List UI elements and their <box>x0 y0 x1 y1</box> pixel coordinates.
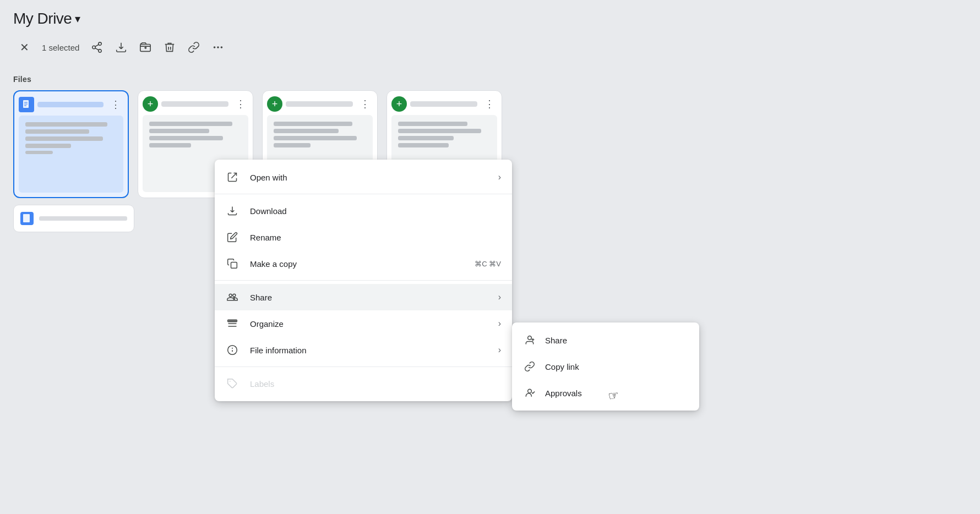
svg-point-8 <box>221 46 223 48</box>
svg-rect-13 <box>23 214 30 222</box>
add-icon-4: + <box>391 96 407 112</box>
labels-label: Labels <box>250 379 501 389</box>
person-add-icon <box>523 333 536 347</box>
rename-icon <box>226 231 239 244</box>
toolbar: ✕ 1 selected <box>13 36 967 65</box>
submenu-item-copy-link[interactable]: Copy link <box>512 353 699 380</box>
share-button[interactable] <box>86 36 108 58</box>
make-copy-shortcut: ⌘C ⌘V <box>475 260 501 268</box>
file-info-label: File information <box>250 346 487 355</box>
header: My Drive ▾ ✕ 1 selected <box>0 0 980 70</box>
file-card-3-header: + ⋮ <box>263 91 377 113</box>
page-title: My Drive <box>13 10 72 28</box>
file-card-4-more-button[interactable]: ⋮ <box>482 96 497 112</box>
file-card-3-more-button[interactable]: ⋮ <box>357 96 373 112</box>
labels-icon <box>226 377 239 390</box>
file-card-1-more-button[interactable]: ⋮ <box>108 97 123 112</box>
add-icon-3: + <box>267 96 282 112</box>
file-card-1-preview <box>19 116 123 193</box>
menu-item-rename[interactable]: Rename <box>215 224 512 250</box>
move-to-button[interactable] <box>134 36 156 58</box>
svg-point-1 <box>92 46 96 49</box>
download-label: Download <box>250 206 501 216</box>
doc-icon-1 <box>19 97 34 112</box>
menu-item-organize[interactable]: Organize › <box>215 310 512 337</box>
menu-item-file-info[interactable]: File information › <box>215 337 512 363</box>
svg-point-6 <box>214 46 216 48</box>
more-options-button[interactable] <box>207 36 229 58</box>
organize-label: Organize <box>250 319 487 329</box>
svg-point-21 <box>528 336 532 340</box>
svg-point-0 <box>99 42 102 46</box>
file-name-small-1 <box>39 216 127 221</box>
rename-label: Rename <box>250 233 501 242</box>
selected-count: 1 selected <box>42 43 79 52</box>
share-arrow: › <box>498 292 501 302</box>
info-icon <box>226 343 239 357</box>
svg-point-7 <box>217 46 220 48</box>
approvals-icon <box>523 386 536 400</box>
menu-item-labels[interactable]: Labels <box>215 370 512 397</box>
file-card-4-header: + ⋮ <box>387 91 502 113</box>
close-selection-button[interactable]: ✕ <box>13 36 35 58</box>
svg-point-2 <box>99 50 102 53</box>
open-with-arrow: › <box>498 172 501 182</box>
make-copy-label: Make a copy <box>250 259 464 269</box>
submenu-share-label: Share <box>545 336 567 345</box>
share-label: Share <box>250 293 487 302</box>
divider-2 <box>215 280 512 281</box>
drive-dropdown-arrow[interactable]: ▾ <box>75 12 80 25</box>
menu-item-make-copy[interactable]: Make a copy ⌘C ⌘V <box>215 250 512 277</box>
file-card-1[interactable]: ⋮ <box>13 90 129 198</box>
file-card-2-header: + ⋮ <box>138 91 253 113</box>
svg-line-14 <box>231 173 236 178</box>
file-card-1-header: ⋮ <box>14 91 128 113</box>
svg-point-24 <box>528 389 532 393</box>
menu-item-share[interactable]: Share › <box>215 284 512 310</box>
svg-line-3 <box>95 48 99 50</box>
file-info-arrow: › <box>498 345 501 355</box>
share-submenu: Share Copy link Approvals <box>512 322 699 411</box>
submenu-item-share[interactable]: Share <box>512 327 699 353</box>
share-menu-icon <box>226 291 239 304</box>
divider-1 <box>215 194 512 194</box>
organize-icon <box>226 317 239 330</box>
copy-icon <box>226 257 239 270</box>
copy-link-button[interactable] <box>183 36 205 58</box>
svg-line-4 <box>95 45 99 47</box>
title-row: My Drive ▾ <box>13 10 967 28</box>
submenu-item-approvals[interactable]: Approvals <box>512 380 699 406</box>
divider-3 <box>215 367 512 367</box>
menu-item-open-with[interactable]: Open with › <box>215 164 512 190</box>
file-card-small-1[interactable] <box>13 205 134 232</box>
svg-rect-15 <box>231 263 237 269</box>
menu-item-download[interactable]: Download <box>215 198 512 224</box>
organize-arrow: › <box>498 319 501 329</box>
files-section-label: Files <box>0 70 980 90</box>
file-card-2-more-button[interactable]: ⋮ <box>233 96 248 112</box>
download-icon <box>226 204 239 217</box>
copy-link-label: Copy link <box>545 362 579 371</box>
approvals-label: Approvals <box>545 389 582 398</box>
doc-icon-small-1 <box>20 212 34 225</box>
open-with-icon <box>226 171 239 184</box>
add-icon-2: + <box>143 96 158 112</box>
delete-button[interactable] <box>159 36 181 58</box>
link-icon <box>523 360 536 373</box>
open-with-label: Open with <box>250 173 487 182</box>
download-toolbar-button[interactable] <box>110 36 132 58</box>
context-menu: Open with › Download Rename Make <box>215 160 512 401</box>
